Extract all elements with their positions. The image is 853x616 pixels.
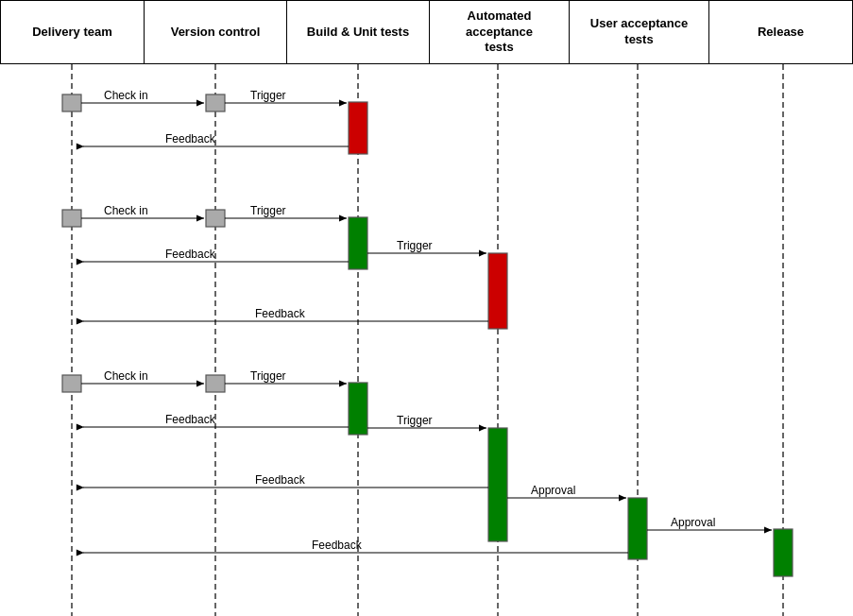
svg-rect-15	[349, 383, 367, 435]
svg-text:Trigger: Trigger	[397, 414, 433, 427]
svg-text:Approval: Approval	[671, 516, 715, 529]
diagram-svg: Check in Trigger Feedback Check in Trigg…	[0, 0, 853, 616]
svg-text:Trigger: Trigger	[250, 369, 286, 383]
lane-header-release: Release	[708, 1, 853, 63]
svg-rect-10	[206, 210, 225, 227]
lane-header-automated-label: Automated acceptance tests	[466, 9, 533, 57]
sequence-diagram: Delivery team Version control Build & Un…	[0, 0, 853, 616]
lane-header-user: User acceptance tests	[569, 1, 708, 63]
svg-rect-11	[349, 217, 367, 269]
svg-text:Feedback: Feedback	[255, 473, 306, 487]
svg-text:Check in: Check in	[104, 369, 148, 383]
lane-header-build-label: Build & Unit tests	[307, 25, 409, 41]
lane-header-release-label: Release	[758, 25, 804, 41]
svg-rect-13	[62, 375, 81, 392]
lane-header-build: Build & Unit tests	[286, 1, 429, 63]
header-row: Delivery team Version control Build & Un…	[0, 0, 853, 64]
lane-header-delivery: Delivery team	[0, 1, 144, 63]
svg-rect-17	[628, 498, 647, 559]
svg-rect-14	[206, 375, 225, 392]
lane-header-automated: Automated acceptance tests	[429, 1, 569, 63]
svg-rect-7	[206, 94, 225, 111]
lane-header-version-label: Version control	[171, 25, 261, 41]
svg-text:Trigger: Trigger	[250, 89, 286, 102]
svg-text:Trigger: Trigger	[397, 239, 433, 252]
svg-text:Feedback: Feedback	[312, 539, 363, 552]
svg-text:Feedback: Feedback	[165, 413, 216, 426]
svg-text:Feedback: Feedback	[255, 307, 306, 320]
svg-text:Feedback: Feedback	[165, 248, 216, 261]
svg-rect-18	[774, 529, 793, 576]
svg-text:Feedback: Feedback	[165, 132, 216, 145]
svg-text:Trigger: Trigger	[250, 204, 286, 217]
svg-rect-12	[488, 253, 507, 329]
lane-header-delivery-label: Delivery team	[32, 25, 112, 41]
svg-text:Check in: Check in	[104, 204, 148, 217]
svg-text:Check in: Check in	[104, 89, 148, 102]
svg-rect-8	[349, 102, 367, 154]
svg-text:Approval: Approval	[531, 484, 575, 497]
svg-rect-6	[62, 94, 81, 111]
svg-rect-16	[488, 428, 507, 541]
svg-rect-9	[62, 210, 81, 227]
lane-header-version: Version control	[144, 1, 286, 63]
lane-header-user-label: User acceptance tests	[590, 16, 688, 48]
